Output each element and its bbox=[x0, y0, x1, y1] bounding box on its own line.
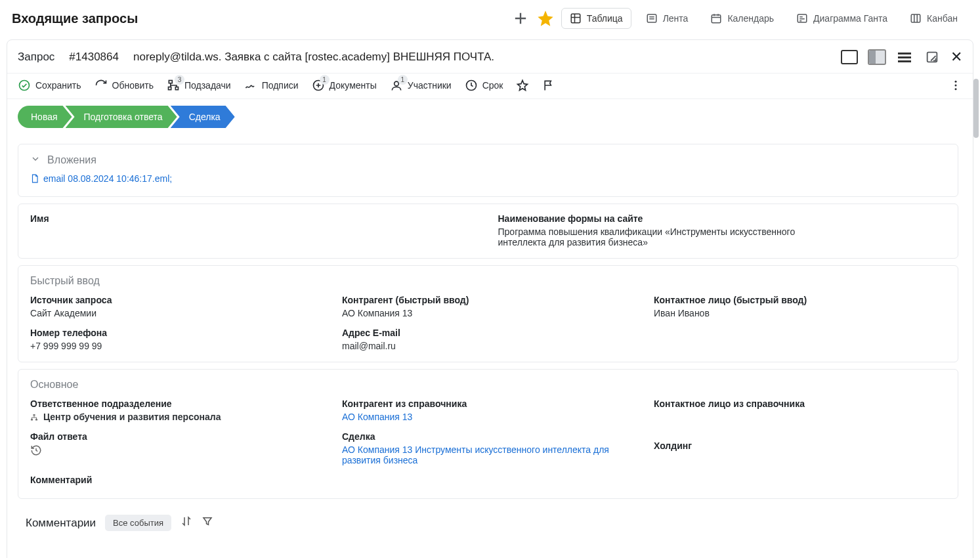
view-kanban[interactable]: Канбан bbox=[902, 9, 966, 28]
svg-rect-17 bbox=[31, 419, 33, 421]
page-title: Входящие запросы bbox=[12, 11, 138, 26]
source-label: Источник запроса bbox=[30, 295, 322, 305]
deal-label: Сделка bbox=[342, 431, 634, 442]
stage-new[interactable]: Новая bbox=[18, 106, 72, 128]
sort-icon[interactable] bbox=[181, 515, 192, 530]
expand-icon[interactable] bbox=[923, 48, 941, 66]
subtasks-badge: 3 bbox=[175, 75, 184, 85]
docs-label: Документы bbox=[330, 80, 377, 91]
flag-icon[interactable] bbox=[542, 79, 555, 92]
members-label: Участники bbox=[408, 80, 452, 91]
svg-point-6 bbox=[20, 81, 30, 91]
comment-label: Комментарий bbox=[30, 475, 946, 485]
view-feed-label: Лента bbox=[663, 13, 689, 24]
contact-q-label: Контактное лицо (быстрый ввод) bbox=[654, 295, 946, 305]
deal-value[interactable]: АО Компания 13 Инструменты искусственног… bbox=[342, 444, 618, 465]
dept-value: Центр обучения и развития персонала bbox=[30, 412, 322, 422]
scrollbar[interactable] bbox=[973, 79, 979, 138]
attachment-file-name: email 08.08.2024 10:46:17.eml; bbox=[43, 173, 172, 184]
svg-rect-8 bbox=[168, 87, 171, 90]
contr-m-value[interactable]: АО Компания 13 bbox=[342, 412, 634, 422]
file-label: Файл ответа bbox=[30, 431, 322, 442]
form-value: Программа повышения квалификации «Инстру… bbox=[498, 226, 800, 247]
contact-m-label: Контактное лицо из справочника bbox=[654, 398, 946, 409]
svg-rect-2 bbox=[712, 15, 721, 23]
quick-section: Быстрый ввод Источник запроса Сайт Акаде… bbox=[18, 265, 958, 362]
main-section: Основное Ответственное подразделение Цен… bbox=[18, 369, 958, 499]
attachment-file[interactable]: email 08.08.2024 10:46:17.eml; bbox=[30, 173, 172, 184]
docs-button[interactable]: 1 Документы bbox=[312, 79, 377, 92]
filter-icon[interactable] bbox=[202, 515, 213, 530]
comments-title: Комментарии bbox=[26, 517, 96, 530]
form-label: Наименование формы на сайте bbox=[498, 213, 947, 224]
members-badge: 1 bbox=[398, 75, 408, 85]
history-icon[interactable] bbox=[30, 444, 322, 458]
comments-bar: Комментарии Все события bbox=[7, 505, 969, 538]
view-calendar[interactable]: Календарь bbox=[702, 9, 782, 28]
name-label: Имя bbox=[30, 213, 479, 224]
split-pane-icon[interactable] bbox=[868, 48, 886, 66]
sign-button[interactable]: Подписи bbox=[244, 79, 299, 92]
refresh-label: Обновить bbox=[112, 80, 154, 91]
contr-q-label: Контрагент (быстрый ввод) bbox=[342, 295, 634, 305]
email-label: Адрес E-mail bbox=[342, 328, 634, 338]
stage-deal[interactable]: Сделка bbox=[171, 106, 235, 128]
svg-rect-7 bbox=[169, 81, 172, 83]
list-mode-icon[interactable] bbox=[895, 48, 914, 66]
stage-sent[interactable]: Ответ направлен bbox=[227, 106, 330, 128]
view-feed[interactable]: Лента bbox=[638, 9, 696, 28]
save-button[interactable]: Сохранить bbox=[18, 79, 81, 92]
add-icon[interactable] bbox=[511, 9, 530, 28]
svg-rect-16 bbox=[33, 414, 35, 416]
quick-title: Быстрый ввод bbox=[30, 275, 100, 287]
svg-rect-0 bbox=[571, 14, 580, 23]
sign-label: Подписи bbox=[262, 80, 299, 91]
docs-badge: 1 bbox=[320, 75, 330, 85]
view-calendar-label: Календарь bbox=[727, 13, 774, 24]
view-kanban-label: Канбан bbox=[927, 13, 958, 24]
refresh-button[interactable]: Обновить bbox=[95, 79, 154, 92]
svg-rect-18 bbox=[35, 419, 37, 421]
contact-q-value: Иван Иванов bbox=[654, 308, 946, 318]
header-fields-section: Имя Наименование формы на сайте Программ… bbox=[18, 204, 958, 259]
comments-filter-chip[interactable]: Все события bbox=[105, 515, 171, 531]
view-table-label: Таблица bbox=[587, 13, 623, 24]
record-number: #1430864 bbox=[69, 51, 119, 64]
source-value: Сайт Академии bbox=[30, 308, 322, 318]
email-value: mail@mail.ru bbox=[342, 341, 634, 351]
window-mode-icon[interactable] bbox=[840, 48, 859, 66]
attachments-title: Вложения bbox=[47, 154, 96, 166]
due-button[interactable]: Срок bbox=[465, 79, 503, 92]
chevron-down-icon[interactable] bbox=[30, 154, 41, 167]
contr-m-label: Контрагент из справочника bbox=[342, 398, 634, 409]
record-type: Запрос bbox=[18, 51, 54, 64]
holding-label: Холдинг bbox=[654, 440, 946, 451]
save-label: Сохранить bbox=[35, 80, 81, 91]
members-button[interactable]: 1 Участники bbox=[390, 79, 452, 92]
dept-label: Ответственное подразделение bbox=[30, 398, 322, 409]
attachments-section: Вложения email 08.08.2024 10:46:17.eml; bbox=[18, 144, 958, 197]
due-label: Срок bbox=[482, 80, 503, 91]
subtasks-button[interactable]: 3 Подзадачи bbox=[167, 79, 231, 92]
pipeline: Новая Подготовка ответа Сделка Ответ нап… bbox=[7, 99, 973, 137]
more-icon[interactable] bbox=[949, 79, 962, 92]
star-icon[interactable] bbox=[536, 9, 555, 28]
phone-label: Номер телефона bbox=[30, 328, 322, 338]
phone-value: +7 999 999 99 99 bbox=[30, 341, 322, 351]
favorite-icon[interactable] bbox=[516, 79, 529, 92]
svg-rect-4 bbox=[911, 14, 920, 22]
stage-prepare[interactable]: Подготовка ответа bbox=[66, 106, 177, 128]
view-gantt-label: Диаграмма Ганта bbox=[813, 13, 887, 24]
svg-point-15 bbox=[955, 88, 957, 90]
main-title: Основное bbox=[30, 379, 78, 391]
close-icon[interactable]: ✕ bbox=[950, 49, 962, 66]
view-gantt[interactable]: Диаграмма Ганта bbox=[788, 9, 895, 28]
contr-q-value: АО Компания 13 bbox=[342, 308, 634, 318]
record-subject: noreply@tilda.ws. Заявка с сайта [rostec… bbox=[133, 51, 494, 64]
svg-point-14 bbox=[955, 85, 957, 87]
subtasks-label: Подзадачи bbox=[184, 80, 231, 91]
svg-rect-9 bbox=[175, 87, 178, 90]
view-table[interactable]: Таблица bbox=[561, 8, 631, 29]
svg-point-13 bbox=[955, 81, 957, 83]
